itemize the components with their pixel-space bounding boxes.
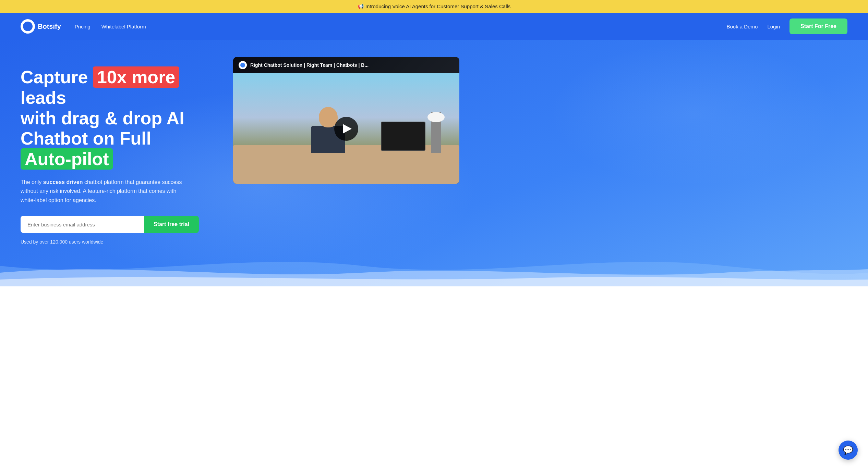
video-background: Right Chatbot Solution | Right Team | Ch… [233,57,459,184]
nav-links: Pricing Whitelabel Platform [75,24,146,29]
lamp-head [427,112,445,122]
nav-link-pricing[interactable]: Pricing [75,24,91,29]
email-input[interactable] [21,216,144,233]
description-bold: success driven [43,179,83,185]
logo-circle-icon [21,19,35,34]
video-logo-icon [239,61,247,69]
wave-bottom-decoration [0,245,868,286]
hero-content: Capture 10x more leads with drag & drop … [21,60,847,245]
video-laptop [381,122,425,151]
headline-pre: Capture [21,67,93,87]
video-top-bar: Right Chatbot Solution | Right Team | Ch… [233,57,459,73]
navbar: Botsify Pricing Whitelabel Platform Book… [0,13,868,40]
nav-login[interactable]: Login [767,24,780,29]
hero-left: Capture 10x more leads with drag & drop … [21,60,206,245]
video-desk [233,145,459,184]
headline-highlight-green: Auto-pilot [21,148,113,170]
video-title: Right Chatbot Solution | Right Team | Ch… [250,62,454,68]
email-form: Start free trial [21,216,199,233]
social-proof-text: Used by over 120,000 users worldwide [21,239,206,245]
logo[interactable]: Botsify [21,19,61,34]
play-button[interactable] [334,117,358,141]
announcement-icon: 📢 [358,3,364,9]
hero-section: Capture 10x more leads with drag & drop … [0,40,868,286]
announcement-bar: 📢 Introducing Voice AI Agents for Custom… [0,0,868,13]
hero-video: Right Chatbot Solution | Right Team | Ch… [233,57,847,184]
nav-right: Book a Demo Login Start For Free [726,18,847,34]
video-person-area [233,73,459,184]
video-container[interactable]: Right Chatbot Solution | Right Team | Ch… [233,57,459,184]
play-triangle-icon [343,124,352,134]
logo-text: Botsify [38,23,61,30]
nav-book-demo[interactable]: Book a Demo [726,24,758,29]
headline-highlight-red: 10x more [93,66,179,88]
nav-link-whitelabel[interactable]: Whitelabel Platform [101,24,146,29]
hero-description: The only success driven chatbot platform… [21,178,192,205]
video-lamp [431,112,441,153]
start-trial-button[interactable]: Start free trial [144,216,199,233]
start-free-button[interactable]: Start For Free [789,18,847,34]
hero-headline: Capture 10x more leads with drag & drop … [21,67,206,170]
announcement-text: Introducing Voice AI Agents for Customer… [365,3,511,9]
